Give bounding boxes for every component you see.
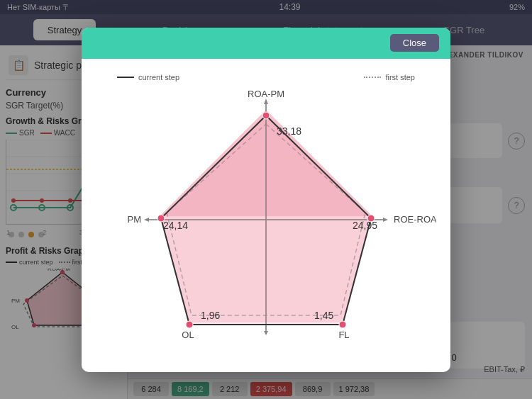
svg-text:33,18: 33,18 [277, 125, 301, 137]
svg-marker-41 [161, 116, 371, 325]
current-step-label: current step [138, 73, 179, 82]
svg-marker-37 [383, 218, 388, 222]
modal-body: current step first step [82, 59, 450, 372]
first-step-legend-item: first step [364, 73, 415, 82]
svg-text:ROE-ROA: ROE-ROA [394, 214, 436, 225]
svg-marker-40 [264, 99, 268, 104]
svg-point-44 [339, 321, 346, 328]
svg-text:OL: OL [182, 330, 194, 340]
svg-text:FL: FL [338, 330, 349, 340]
solid-line-icon [117, 77, 134, 78]
svg-text:24,14: 24,14 [163, 220, 188, 231]
modal: Close current step first step [82, 28, 450, 372]
radar-chart-svg: ROA-PM PM ROE-ROA OL FL 33,18 24,14 24,9… [96, 89, 436, 344]
first-step-label: first step [385, 73, 415, 82]
dotted-line-icon [364, 77, 381, 78]
svg-text:24,95: 24,95 [353, 220, 377, 231]
svg-text:1,96: 1,96 [201, 310, 220, 321]
chart-legend: current step first step [96, 73, 436, 82]
svg-marker-38 [144, 218, 149, 222]
modal-overlay[interactable]: Close current step first step [0, 0, 532, 399]
svg-point-45 [186, 321, 193, 328]
svg-point-42 [262, 112, 270, 119]
chart-container: ROA-PM PM ROE-ROA OL FL 33,18 24,14 24,9… [96, 89, 436, 358]
svg-text:PM: PM [128, 214, 142, 225]
modal-header: Close [82, 28, 450, 59]
svg-text:1,45: 1,45 [314, 310, 333, 321]
svg-text:ROA-PM: ROA-PM [248, 89, 284, 99]
close-button[interactable]: Close [390, 34, 439, 52]
current-step-legend-item: current step [117, 73, 179, 82]
